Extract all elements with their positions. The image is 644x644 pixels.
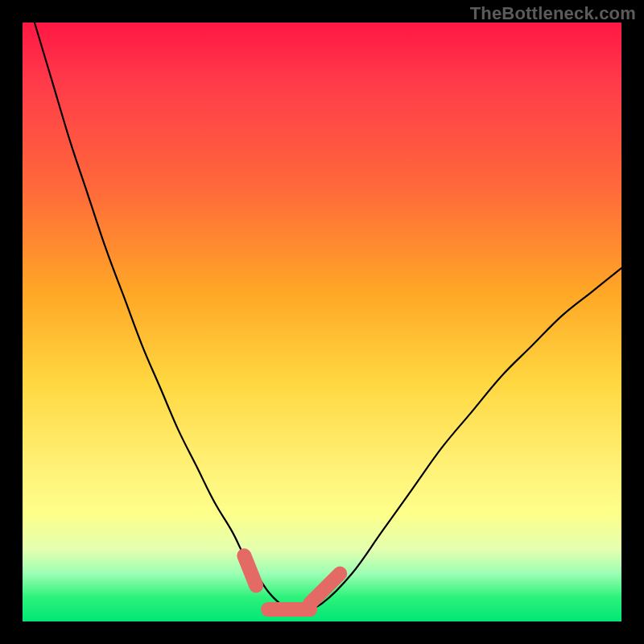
watermark-text: TheBottleneck.com (470, 3, 636, 24)
marker-left-dash (244, 555, 256, 585)
chart-stage: TheBottleneck.com (0, 0, 644, 644)
bottleneck-curve (35, 23, 621, 610)
plot-area (23, 23, 621, 621)
marker-right-dash (310, 574, 340, 604)
curve-svg (23, 23, 621, 621)
